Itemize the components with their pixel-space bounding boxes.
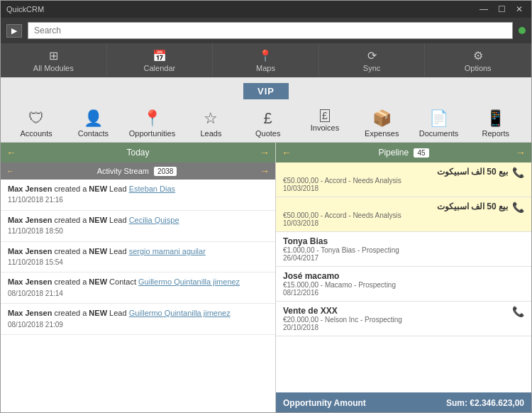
- right-panel: ← Pipeline 45 → بيع 50 الف اسبيكوت €50.0…: [276, 143, 531, 413]
- today-right-arrow[interactable]: →: [260, 147, 270, 158]
- stream-badge: 2038: [154, 167, 177, 176]
- sync-icon: ⟳: [367, 49, 377, 62]
- invoices-icon: £: [320, 109, 330, 122]
- vip-container: VIP: [1, 77, 531, 105]
- stream-title: Activity Stream 2038: [97, 167, 177, 175]
- list-item: Max Jensen created a NEW Lead Guillermo …: [1, 304, 275, 335]
- nav-maps[interactable]: 📍 Maps: [213, 43, 319, 77]
- expenses-icon: 📦: [372, 109, 392, 128]
- window-controls: — ☐ ✕: [477, 4, 526, 14]
- quotes-icon: £: [264, 109, 272, 128]
- list-item: Max Jensen created a NEW Lead Esteban Di…: [1, 180, 275, 211]
- nav-options[interactable]: ⚙ Options: [425, 43, 531, 77]
- module-documents[interactable]: 📄 Documents: [418, 109, 460, 138]
- nav-sync-label: Sync: [363, 64, 380, 72]
- all-modules-icon: ⊞: [49, 49, 58, 62]
- opportunities-icon: 📍: [143, 109, 162, 128]
- module-opportunities[interactable]: 📍 Opportunities: [129, 109, 175, 138]
- contacts-icon: 👤: [84, 109, 103, 128]
- today-header: ← Today →: [1, 143, 275, 163]
- vip-button[interactable]: VIP: [243, 83, 289, 99]
- module-leads[interactable]: ☆ Leads: [189, 109, 232, 138]
- documents-icon: 📄: [429, 109, 448, 128]
- list-item: José macamo €15.000,00 - Macamo - Prospe…: [276, 267, 531, 302]
- pipeline-title: Pipeline 45: [378, 148, 428, 158]
- maps-icon: 📍: [258, 49, 272, 62]
- nav-sync[interactable]: ⟳ Sync: [319, 43, 426, 77]
- list-item: بيع 50 الف اسبيكوت €50.000,00 - Accord -…: [276, 163, 531, 197]
- list-item: بيع 50 الف اسبيكوت €50.000,00 - Accord -…: [276, 197, 531, 232]
- nav-options-label: Options: [465, 64, 492, 72]
- module-contacts[interactable]: 👤 Contacts: [72, 109, 114, 138]
- opp-footer-label: Opportunity Amount: [283, 398, 366, 408]
- activity-stream-header: ← Activity Stream 2038 →: [1, 163, 275, 180]
- calendar-icon: 📅: [153, 49, 167, 62]
- opportunity-footer: Opportunity Amount Sum: €2.346.623,00: [276, 392, 531, 413]
- leads-icon: ☆: [204, 109, 218, 128]
- today-title: Today: [126, 148, 149, 158]
- close-button[interactable]: ✕: [513, 4, 526, 14]
- nav-bar: ⊞ All Modules 📅 Calendar 📍 Maps ⟳ Sync ⚙…: [1, 43, 531, 77]
- activity-list: Max Jensen created a NEW Lead Esteban Di…: [1, 180, 275, 413]
- reports-icon: 📱: [486, 109, 505, 128]
- left-panel: ← Today → ← Activity Stream 2038 → Max J…: [1, 143, 276, 413]
- pipeline-badge: 45: [414, 148, 428, 158]
- list-item: Max Jensen created a NEW Lead Cecilia Qu…: [1, 211, 275, 242]
- maximize-button[interactable]: ☐: [495, 4, 509, 14]
- phone-icon[interactable]: 📞: [512, 202, 524, 213]
- pipeline-header: ← Pipeline 45 →: [276, 143, 531, 163]
- nav-calendar-label: Calendar: [144, 64, 176, 72]
- list-item: Max Jensen created a NEW Lead sergio mam…: [1, 242, 275, 273]
- opp-footer-sum: Sum: €2.346.623,00: [446, 398, 524, 408]
- list-item: Vente de XXX €20.000,00 - Nelson Inc - P…: [276, 302, 531, 336]
- minimize-button[interactable]: —: [477, 4, 491, 14]
- nav-all-modules-label: All Modules: [33, 64, 74, 72]
- accounts-icon: 🛡: [28, 109, 44, 128]
- pipeline-left-arrow[interactable]: ←: [282, 147, 292, 158]
- list-item: Tonya Bias €1.000,00 - Tonya Bias - Pros…: [276, 232, 531, 267]
- phone-icon[interactable]: 📞: [512, 306, 524, 317]
- today-left-arrow[interactable]: ←: [6, 147, 16, 158]
- main-content: ← Today → ← Activity Stream 2038 → Max J…: [1, 143, 531, 413]
- module-invoices[interactable]: £ Invoices: [304, 109, 346, 138]
- modules-row: 🛡 Accounts 👤 Contacts 📍 Opportunities ☆ …: [1, 105, 531, 143]
- app-title: QuickCRM: [6, 5, 44, 13]
- online-status-dot: [519, 27, 526, 34]
- top-bar: ▶: [1, 18, 531, 43]
- pipeline-list: بيع 50 الف اسبيكوت €50.000,00 - Accord -…: [276, 163, 531, 392]
- nav-maps-label: Maps: [256, 64, 275, 72]
- logo-button[interactable]: ▶: [6, 24, 22, 38]
- nav-all-modules[interactable]: ⊞ All Modules: [1, 43, 107, 77]
- title-bar: QuickCRM — ☐ ✕: [1, 1, 531, 18]
- nav-calendar[interactable]: 📅 Calendar: [107, 43, 214, 77]
- module-expenses[interactable]: 📦 Expenses: [360, 109, 403, 138]
- module-reports[interactable]: 📱 Reports: [475, 109, 517, 138]
- phone-icon[interactable]: 📞: [512, 167, 524, 178]
- options-icon: ⚙: [473, 49, 483, 62]
- stream-arrow-left[interactable]: ←: [6, 167, 14, 175]
- pipeline-right-arrow[interactable]: →: [516, 147, 526, 158]
- stream-arrow-right[interactable]: →: [260, 165, 270, 177]
- module-accounts[interactable]: 🛡 Accounts: [15, 109, 57, 138]
- search-input[interactable]: [28, 22, 513, 39]
- module-quotes[interactable]: £ Quotes: [247, 109, 289, 138]
- list-item: Max Jensen created a NEW Contact Guiller…: [1, 272, 275, 304]
